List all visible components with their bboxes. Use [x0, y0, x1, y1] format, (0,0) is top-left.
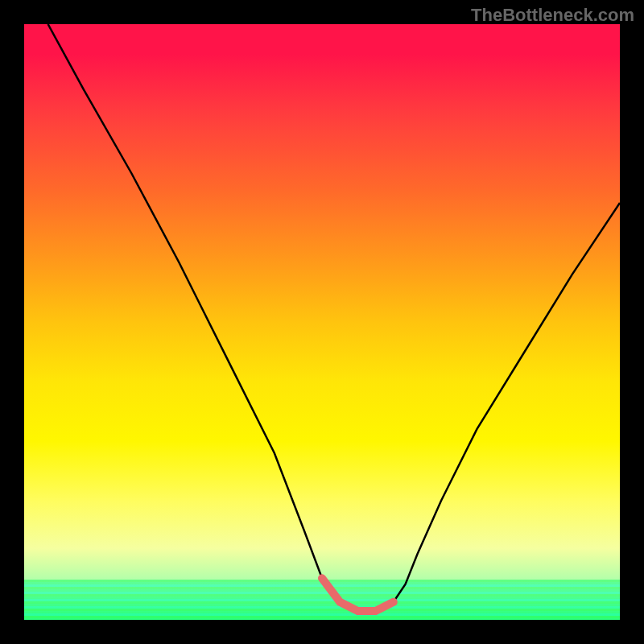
plot-area [24, 24, 620, 620]
curve-svg [24, 24, 620, 620]
watermark-text: TheBottleneck.com [471, 5, 634, 26]
bottleneck-curve-line [48, 24, 620, 611]
highlight-segment [322, 578, 394, 611]
